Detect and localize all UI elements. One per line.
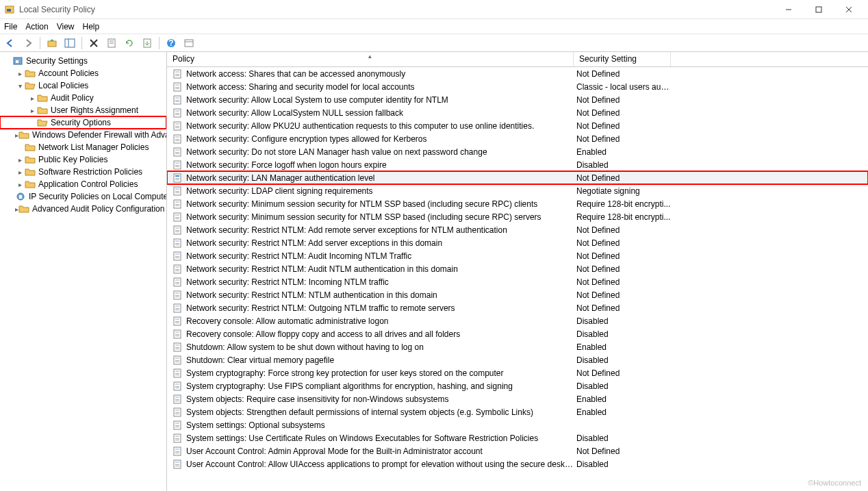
svg-rect-109 bbox=[175, 347, 179, 348]
policy-row[interactable]: System cryptography: Force strong key pr… bbox=[167, 366, 868, 379]
tree-node[interactable]: ▸Public Key Policies bbox=[0, 153, 166, 166]
svg-rect-136 bbox=[175, 436, 179, 437]
tree-node[interactable]: ▸Software Restriction Policies bbox=[0, 166, 166, 178]
expander-icon[interactable]: ▸ bbox=[15, 181, 25, 188]
policy-row[interactable]: Network security: LAN Manager authentica… bbox=[167, 171, 868, 184]
tree-node[interactable]: ▸Windows Defender Firewall with Advanced… bbox=[0, 129, 166, 141]
policy-row[interactable]: Network security: Restrict NTLM: Incomin… bbox=[167, 275, 868, 288]
refresh-button[interactable] bbox=[122, 36, 137, 51]
tree-node[interactable]: ▸User Rights Assignment bbox=[0, 104, 166, 116]
policy-row[interactable]: Network security: Restrict NTLM: Audit I… bbox=[167, 249, 868, 262]
policy-row[interactable]: Shutdown: Clear virtual memory pagefileD… bbox=[167, 353, 868, 366]
policy-row[interactable]: Recovery console: Allow automatic admini… bbox=[167, 314, 868, 327]
policy-row[interactable]: Network security: Restrict NTLM: Add ser… bbox=[167, 236, 868, 249]
svg-rect-124 bbox=[175, 396, 179, 398]
policy-setting: Not Defined bbox=[574, 108, 671, 118]
column-header-setting[interactable]: Security Setting bbox=[574, 52, 671, 66]
svg-rect-94 bbox=[175, 297, 179, 297]
policy-row[interactable]: System objects: Require case insensitivi… bbox=[167, 392, 868, 405]
tree-node[interactable]: Security Options bbox=[0, 116, 166, 129]
show-hide-tree-button[interactable] bbox=[62, 36, 77, 51]
tree-node[interactable]: Security Settings bbox=[0, 55, 166, 67]
policy-row[interactable]: System objects: Strengthen default permi… bbox=[167, 405, 868, 418]
svg-rect-126 bbox=[175, 401, 179, 401]
help-button[interactable]: ? bbox=[164, 36, 179, 51]
manage-button[interactable] bbox=[181, 36, 196, 51]
svg-rect-30 bbox=[175, 88, 179, 89]
minimize-button[interactable] bbox=[774, 0, 804, 19]
up-button[interactable] bbox=[44, 36, 60, 51]
policy-row[interactable]: Network security: Restrict NTLM: Add rem… bbox=[167, 223, 868, 236]
expander-icon[interactable]: ▸ bbox=[15, 156, 25, 164]
policy-row[interactable]: Network security: LDAP client signing re… bbox=[167, 184, 868, 197]
policy-setting: Require 128-bit encrypti... bbox=[574, 199, 671, 209]
policy-row[interactable]: Network security: Allow LocalSystem NULL… bbox=[167, 106, 868, 119]
column-header-policy[interactable]: Policy ▴ bbox=[167, 52, 574, 66]
policy-row[interactable]: Network security: Configure encryption t… bbox=[167, 132, 868, 145]
forward-button[interactable] bbox=[21, 36, 36, 51]
policy-row[interactable]: Recovery console: Allow floppy copy and … bbox=[167, 327, 868, 340]
svg-rect-68 bbox=[175, 214, 179, 216]
policy-name: Network security: Minimum session securi… bbox=[186, 212, 574, 222]
policy-row[interactable]: User Account Control: Admin Approval Mod… bbox=[167, 444, 868, 457]
policy-name: Shutdown: Clear virtual memory pagefile bbox=[186, 355, 574, 365]
tree-node[interactable]: IP Security Policies on Local Computer bbox=[0, 190, 166, 203]
menu-view[interactable]: View bbox=[57, 22, 75, 32]
policy-row[interactable]: Network security: Force logoff when logo… bbox=[167, 158, 868, 171]
export-button[interactable] bbox=[140, 36, 155, 51]
policy-row[interactable]: Shutdown: Allow system to be shut down w… bbox=[167, 340, 868, 353]
policy-row[interactable]: System cryptography: Use FIPS compliant … bbox=[167, 379, 868, 392]
tree-node[interactable]: Network List Manager Policies bbox=[0, 141, 166, 153]
policy-name: Recovery console: Allow automatic admini… bbox=[186, 316, 574, 326]
policy-setting: Classic - local users auth... bbox=[574, 82, 671, 92]
tree-node[interactable]: ▸Account Policies bbox=[0, 67, 166, 79]
svg-rect-50 bbox=[175, 153, 179, 154]
policy-row[interactable]: Network security: Restrict NTLM: Audit N… bbox=[167, 262, 868, 275]
policy-row[interactable]: Network security: Allow Local System to … bbox=[167, 93, 868, 106]
policy-row[interactable]: Network security: Allow PKU2U authentica… bbox=[167, 119, 868, 132]
navigation-tree[interactable]: Security Settings▸Account Policies▾Local… bbox=[0, 52, 167, 491]
policy-name: Network security: Restrict NTLM: NTLM au… bbox=[186, 290, 574, 300]
svg-rect-130 bbox=[175, 414, 179, 414]
policy-name: Network security: LAN Manager authentica… bbox=[186, 173, 574, 183]
svg-rect-44 bbox=[175, 136, 179, 138]
svg-rect-89 bbox=[175, 282, 179, 283]
close-button[interactable] bbox=[834, 0, 864, 19]
maximize-button[interactable] bbox=[804, 0, 834, 19]
policy-icon bbox=[173, 160, 183, 171]
properties-button[interactable] bbox=[104, 36, 119, 51]
policy-icon bbox=[173, 329, 183, 340]
tree-node[interactable]: ▸Audit Policy bbox=[0, 92, 166, 104]
policy-name: Network access: Shares that can be acces… bbox=[186, 69, 574, 79]
expander-icon[interactable]: ▾ bbox=[15, 82, 25, 90]
tree-node[interactable]: ▸Advanced Audit Policy Configuration bbox=[0, 203, 166, 215]
menu-file[interactable]: File bbox=[4, 22, 17, 32]
expander-icon[interactable]: ▸ bbox=[27, 107, 37, 114]
policy-row[interactable]: Network security: Minimum session securi… bbox=[167, 210, 868, 223]
policy-row[interactable]: Network security: Minimum session securi… bbox=[167, 197, 868, 210]
policy-name: Network security: Restrict NTLM: Outgoin… bbox=[186, 303, 574, 313]
back-button[interactable] bbox=[3, 36, 18, 51]
tree-node[interactable]: ▾Local Policies bbox=[0, 79, 166, 92]
policy-row[interactable]: Network access: Sharing and security mod… bbox=[167, 80, 868, 93]
policy-row[interactable]: Network security: Restrict NTLM: NTLM au… bbox=[167, 288, 868, 301]
policy-row[interactable]: Network security: Restrict NTLM: Outgoin… bbox=[167, 301, 868, 314]
policy-row[interactable]: System settings: Use Certificate Rules o… bbox=[167, 431, 868, 444]
policy-row[interactable]: User Account Control: Allow UIAccess app… bbox=[167, 457, 868, 470]
svg-rect-85 bbox=[175, 269, 179, 270]
policy-icon bbox=[173, 446, 183, 457]
tree-node[interactable]: ▸Application Control Policies bbox=[0, 178, 166, 190]
expander-icon[interactable]: ▸ bbox=[15, 70, 25, 77]
policy-row[interactable]: System settings: Optional subsystems bbox=[167, 418, 868, 431]
menu-help[interactable]: Help bbox=[83, 22, 100, 32]
policy-row[interactable]: Network security: Do not store LAN Manag… bbox=[167, 145, 868, 158]
policy-row[interactable]: Network access: Shares that can be acces… bbox=[167, 67, 868, 80]
policy-list[interactable]: Policy ▴ Security Setting Network access… bbox=[167, 52, 868, 491]
policy-icon bbox=[173, 264, 183, 275]
expander-icon[interactable]: ▸ bbox=[15, 168, 25, 176]
menubar: File Action View Help bbox=[0, 19, 868, 34]
delete-button[interactable] bbox=[86, 36, 101, 51]
menu-action[interactable]: Action bbox=[25, 22, 48, 32]
policy-setting: Not Defined bbox=[574, 134, 671, 144]
expander-icon[interactable]: ▸ bbox=[27, 95, 37, 102]
